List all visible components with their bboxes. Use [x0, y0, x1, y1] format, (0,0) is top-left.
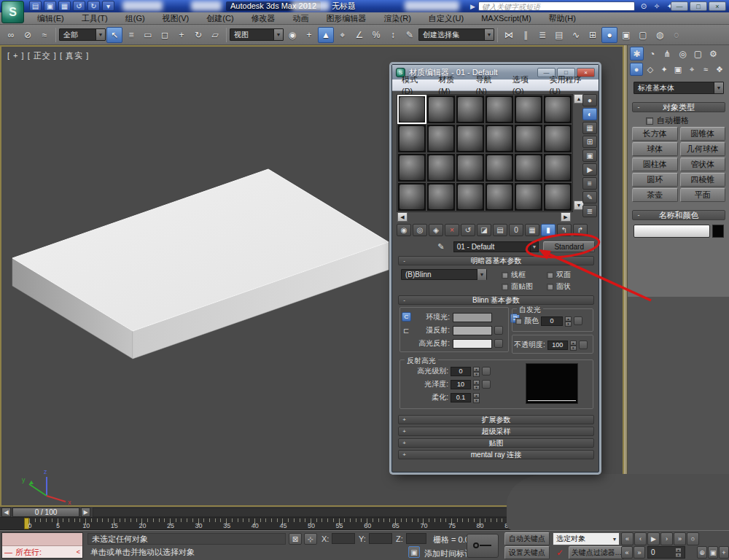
- modify-tab-icon[interactable]: ◔: [645, 47, 659, 61]
- zoom-icon[interactable]: ⊕: [697, 546, 707, 559]
- menu-item[interactable]: 实用程序(U): [545, 74, 594, 97]
- space-warps-category-icon[interactable]: ≈: [699, 63, 712, 76]
- go-to-end-icon[interactable]: »: [674, 532, 686, 545]
- sample-type-icon[interactable]: ●: [582, 94, 597, 106]
- next-frame-icon[interactable]: ›: [660, 532, 673, 545]
- reference-coordinate-dropdown[interactable]: 视图 ▼: [230, 28, 284, 41]
- material-sample-slot[interactable]: [485, 182, 514, 211]
- previous-frame-arrow[interactable]: ◀: [1, 508, 11, 517]
- time-tag-icon[interactable]: ▣: [408, 546, 420, 558]
- x-coordinate-field[interactable]: [332, 533, 355, 544]
- align-icon[interactable]: ∥: [518, 27, 534, 43]
- application-menu-logo[interactable]: S: [1, 1, 24, 23]
- material-map-navigator-icon[interactable]: ≣: [582, 205, 597, 217]
- opacity-map-button[interactable]: [579, 341, 588, 349]
- chevron-down-icon[interactable]: ▼: [95, 29, 105, 40]
- selection-filter-dropdown[interactable]: 全部 ▼: [59, 28, 106, 41]
- maxscript-mini-listener[interactable]: — 所在行: <: [1, 532, 83, 559]
- listener-pink-row[interactable]: [2, 533, 82, 546]
- create-tab-icon[interactable]: ✱: [630, 47, 644, 61]
- self-illumination-map-button[interactable]: [574, 316, 582, 325]
- select-and-rotate-icon[interactable]: ↻: [190, 27, 206, 43]
- reset-map-icon[interactable]: ↺: [461, 224, 475, 236]
- selection-set-dropdown[interactable]: 选定对象 ▼: [553, 532, 620, 545]
- material-sample-slot[interactable]: [485, 153, 514, 182]
- scroll-right-icon[interactable]: ▶: [561, 212, 571, 222]
- primitive-button[interactable]: 茶壶: [632, 188, 678, 202]
- edit-named-selection-sets-icon[interactable]: ✎: [402, 27, 418, 43]
- put-material-to-scene-icon[interactable]: ◎: [413, 224, 427, 236]
- manage-layers-icon[interactable]: ≣: [534, 27, 550, 43]
- object-name-field[interactable]: [634, 225, 710, 238]
- play-animation-icon[interactable]: ▶: [647, 532, 660, 545]
- select-by-name-icon[interactable]: ≡: [123, 27, 139, 43]
- material-sample-slot[interactable]: [514, 182, 543, 211]
- primitive-button[interactable]: 长方体: [632, 127, 678, 141]
- material-sample-slot[interactable]: [543, 182, 572, 211]
- primitive-button[interactable]: 球体: [632, 142, 678, 156]
- y-coordinate-field[interactable]: [369, 533, 392, 544]
- collapse-icon[interactable]: -: [635, 104, 642, 111]
- opacity-spinner[interactable]: ▲▼: [570, 341, 577, 350]
- previous-frame-icon[interactable]: ‹: [634, 532, 647, 545]
- material-sample-slot[interactable]: [514, 124, 543, 153]
- chevron-down-icon[interactable]: ▼: [273, 29, 283, 40]
- primitive-button[interactable]: 四棱锥: [680, 173, 726, 187]
- material-sample-slot[interactable]: [485, 95, 514, 124]
- primitive-button[interactable]: 几何球体: [680, 142, 726, 156]
- named-selection-set-dropdown[interactable]: 创建选择集 ▼: [418, 28, 494, 41]
- specular-level-spinner[interactable]: ▲▼: [473, 367, 480, 376]
- hierarchy-tab-icon[interactable]: ⋔: [660, 47, 674, 61]
- render-iterative-icon[interactable]: ◌: [668, 27, 685, 43]
- use-pivot-point-center-icon[interactable]: ◉: [284, 27, 300, 43]
- rollout-header[interactable]: + 贴图: [398, 438, 594, 448]
- specular-level-map-button[interactable]: [482, 367, 491, 376]
- schematic-view-icon[interactable]: ⊞: [585, 27, 601, 43]
- menu-item[interactable]: 选项(O): [507, 74, 543, 97]
- menu-item[interactable]: 材质(M): [433, 74, 469, 97]
- menu-item[interactable]: 组(G): [117, 12, 153, 24]
- new-file-icon[interactable]: ▤: [29, 1, 42, 11]
- search-input[interactable]: 键入关键字或短语: [478, 1, 635, 11]
- rendered-frame-window-icon[interactable]: ▢: [635, 27, 651, 43]
- menu-item[interactable]: MAXScript(M): [473, 12, 539, 24]
- menu-item[interactable]: 修改器: [243, 12, 284, 24]
- lights-category-icon[interactable]: ✦: [658, 63, 671, 76]
- previous-key-icon[interactable]: «: [621, 546, 633, 559]
- scroll-left-icon[interactable]: ◀: [397, 212, 408, 222]
- specular-color-swatch[interactable]: [453, 339, 492, 349]
- rollout-header[interactable]: + mental ray 连接: [398, 450, 594, 459]
- self-illumination-spinner[interactable]: ▲▼: [565, 316, 572, 326]
- select-and-link-icon[interactable]: ∞: [3, 27, 19, 43]
- face-map-checkbox[interactable]: 面贴图: [502, 281, 533, 292]
- sample-uv-tiling-icon[interactable]: ⊞: [582, 136, 597, 148]
- go-to-parent-icon[interactable]: ↰: [557, 224, 572, 236]
- material-sample-slot[interactable]: [485, 124, 514, 153]
- qat-menu-icon[interactable]: ▾: [102, 1, 114, 11]
- menu-item[interactable]: 导航(N): [471, 74, 506, 97]
- material-sample-slot[interactable]: [397, 182, 426, 211]
- material-sample-slot[interactable]: [397, 95, 426, 124]
- cameras-category-icon[interactable]: ▣: [671, 63, 685, 76]
- next-key-icon[interactable]: »: [634, 546, 645, 559]
- checkbox-icon[interactable]: [547, 284, 553, 290]
- material-type-button[interactable]: Standard: [543, 241, 595, 252]
- material-sample-slot[interactable]: [426, 124, 456, 153]
- collapse-icon[interactable]: -: [635, 211, 642, 219]
- show-map-in-viewport-icon[interactable]: ▦: [525, 224, 539, 236]
- material-name-field[interactable]: 01 - Default: [453, 241, 531, 252]
- opacity-value[interactable]: 100: [547, 341, 568, 350]
- diffuse-color-swatch[interactable]: [453, 326, 492, 335]
- geometry-category-icon[interactable]: ●: [630, 63, 643, 76]
- curve-editor-icon[interactable]: ∿: [568, 27, 584, 43]
- name-color-rollout-header[interactable]: - 名称和颜色: [632, 210, 725, 220]
- mirror-icon[interactable]: ⋈: [501, 27, 517, 43]
- go-forward-to-sibling-icon[interactable]: ↱: [573, 224, 588, 236]
- specular-map-button[interactable]: [494, 339, 503, 348]
- render-setup-icon[interactable]: ▣: [618, 27, 634, 43]
- redo-icon[interactable]: ↻: [87, 1, 100, 11]
- motion-tab-icon[interactable]: ◎: [676, 47, 690, 61]
- wireframe-checkbox[interactable]: 线框: [502, 270, 526, 280]
- selection-lock-icon[interactable]: ⊠: [289, 533, 302, 545]
- diffuse-specular-lock-icon[interactable]: ⊏: [403, 327, 409, 335]
